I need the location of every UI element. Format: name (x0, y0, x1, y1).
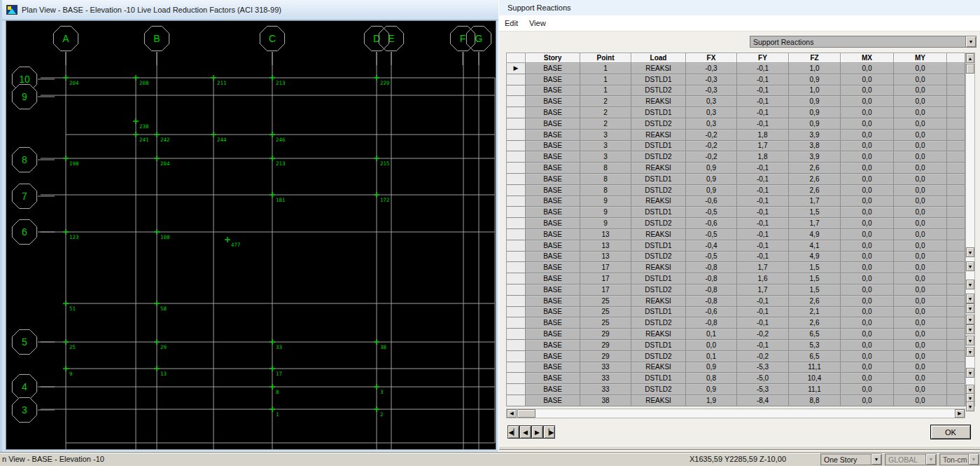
cell-my[interactable]: 0,0 (894, 174, 947, 185)
column-header-my[interactable]: MY (894, 53, 947, 63)
row-selector-cell[interactable] (506, 373, 526, 384)
cell-mx[interactable]: 0,0 (841, 151, 894, 163)
table-row[interactable]: BASE17REAKSI-0,81,71,50,00,0 (506, 262, 975, 273)
cell-story[interactable]: BASE (526, 362, 580, 374)
row-selector-cell[interactable] (506, 151, 526, 163)
first-record-button[interactable]: ◀▏ (507, 425, 519, 439)
cell-load[interactable]: DSTLD2 (631, 252, 686, 263)
cell-mx[interactable]: 0,0 (841, 107, 894, 118)
cell-fz[interactable]: 3,9 (789, 130, 841, 141)
column-header-fz[interactable]: FZ (789, 53, 841, 63)
cell-story[interactable]: BASE (526, 329, 580, 340)
cell-load[interactable]: REAKSI (631, 262, 686, 273)
cell-load[interactable]: DSTLD2 (631, 351, 686, 362)
row-selector-cell[interactable] (506, 252, 526, 263)
cell-story[interactable]: BASE (526, 141, 580, 152)
cell-story[interactable]: BASE (526, 130, 580, 141)
row-selector-cell[interactable] (506, 395, 526, 406)
cell-point[interactable]: 29 (580, 351, 631, 362)
cell-my[interactable]: 0,0 (894, 285, 947, 296)
row-selector-cell[interactable] (506, 240, 526, 252)
cell-mx[interactable]: 0,0 (841, 384, 894, 395)
cell-load[interactable]: DSTLD1 (631, 307, 686, 318)
cell-my[interactable]: 0,0 (894, 196, 947, 207)
cell-point[interactable]: 9 (580, 218, 631, 229)
row-selector-cell[interactable] (506, 351, 526, 362)
table-select-combobox[interactable]: Support Reactions ▼ (750, 36, 976, 48)
row-selector-cell[interactable] (506, 218, 526, 229)
cell-fy[interactable]: -0,1 (737, 229, 789, 240)
row-selector-cell[interactable] (506, 317, 526, 329)
table-row[interactable]: BASE17DSTLD1-0,81,61,50,00,0 (506, 273, 975, 285)
row-selector-cell[interactable] (506, 118, 526, 130)
cell-load[interactable]: REAKSI (631, 395, 686, 406)
row-selector-cell[interactable] (506, 207, 526, 218)
cell-fy[interactable]: -0,1 (737, 218, 789, 229)
cell-load[interactable]: DSTLD2 (631, 384, 686, 395)
table-row[interactable]: BASE33REAKSI0,9-5,311,10,00,0 (506, 362, 975, 374)
cell-story[interactable]: BASE (526, 296, 580, 307)
cell-point[interactable]: 17 (580, 285, 631, 296)
cell-point[interactable]: 25 (580, 296, 631, 307)
cell-story[interactable]: BASE (526, 229, 580, 240)
cell-my[interactable]: 0,0 (894, 307, 947, 318)
row-selector-cell[interactable] (506, 262, 526, 273)
next-record-button[interactable]: ▶ (531, 425, 543, 439)
cell-my[interactable]: 0,0 (894, 107, 947, 118)
cell-mx[interactable]: 0,0 (841, 296, 894, 307)
cell-load[interactable]: REAKSI (631, 229, 686, 240)
cell-story[interactable]: BASE (526, 107, 580, 118)
cell-fz[interactable]: 4,1 (789, 240, 841, 252)
cell-story[interactable]: BASE (526, 163, 580, 174)
prev-record-button[interactable]: ◀ (519, 425, 531, 439)
cell-fz[interactable]: 1,7 (789, 196, 841, 207)
row-selector-cell[interactable] (506, 362, 526, 374)
cell-my[interactable]: 0,0 (894, 340, 947, 351)
cell-fy[interactable]: -0,2 (737, 329, 789, 340)
menu-edit[interactable]: Edit (499, 17, 524, 29)
cell-point[interactable]: 2 (580, 118, 631, 130)
cell-mx[interactable]: 0,0 (841, 163, 894, 174)
cell-point[interactable]: 2 (580, 96, 631, 107)
cell-load[interactable]: DSTLD2 (631, 185, 686, 196)
scroll-down-icon[interactable]: ▼ (966, 247, 974, 257)
cell-story[interactable]: BASE (526, 63, 580, 74)
cell-load[interactable]: DSTLD1 (631, 373, 686, 384)
cell-load[interactable]: DSTLD1 (631, 74, 686, 85)
table-row[interactable]: BASE9DSTLD2-0,6-0,11,70,00,0 (506, 218, 975, 229)
table-row[interactable]: BASE29DSTLD10,0-0,15,30,00,0 (506, 340, 975, 351)
cell-fz[interactable]: 1,5 (789, 273, 841, 285)
cell-fy[interactable]: -0,1 (737, 240, 789, 252)
cell-story[interactable]: BASE (526, 151, 580, 163)
cell-load[interactable]: DSTLD1 (631, 107, 686, 118)
cell-point[interactable]: 25 (580, 307, 631, 318)
table-row[interactable]: BASE3REAKSI-0,21,83,90,00,0 (506, 130, 975, 141)
cell-point[interactable]: 2 (580, 107, 631, 118)
cell-fz[interactable]: 2,6 (789, 174, 841, 185)
cell-fx[interactable]: -0,8 (686, 296, 737, 307)
row-selector-cell[interactable] (506, 85, 526, 97)
cell-story[interactable]: BASE (526, 285, 580, 296)
cell-story[interactable]: BASE (526, 307, 580, 318)
cell-mx[interactable]: 0,0 (841, 285, 894, 296)
cell-my[interactable]: 0,0 (894, 296, 947, 307)
cell-load[interactable]: REAKSI (631, 196, 686, 207)
horizontal-scrollbar-thumb[interactable] (517, 409, 536, 418)
column-header-mx[interactable]: MX (841, 53, 894, 63)
cell-fz[interactable]: 0,9 (789, 74, 841, 85)
cell-my[interactable]: 0,0 (894, 63, 947, 74)
cell-load[interactable]: DSTLD2 (631, 151, 686, 163)
cell-fy[interactable]: -0,1 (737, 174, 789, 185)
chevron-down-icon[interactable]: ▼ (968, 454, 979, 465)
cell-my[interactable]: 0,0 (894, 273, 947, 285)
cell-mx[interactable]: 0,0 (841, 63, 894, 74)
cell-mx[interactable]: 0,0 (841, 130, 894, 141)
table-row[interactable]: BASE3DSTLD1-0,21,73,80,00,0 (506, 141, 975, 152)
cell-load[interactable]: DSTLD1 (631, 240, 686, 252)
vertical-scrollbar-thumb[interactable] (966, 64, 974, 74)
scroll-down-icon[interactable]: ▼ (966, 280, 974, 289)
cell-fy[interactable]: 1,8 (737, 130, 789, 141)
row-selector-cell[interactable] (506, 141, 526, 152)
cell-fx[interactable]: 0,9 (686, 163, 737, 174)
cell-my[interactable]: 0,0 (894, 351, 947, 362)
